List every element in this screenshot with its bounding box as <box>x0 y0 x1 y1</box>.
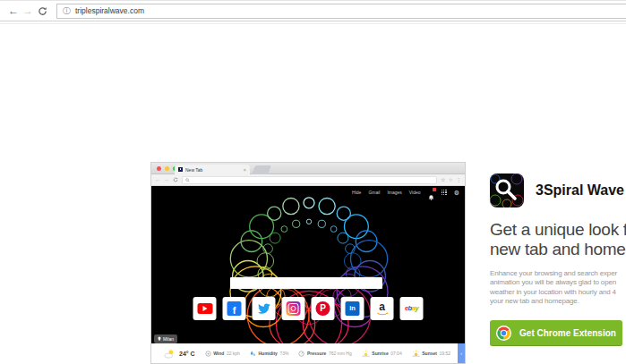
promo-description-line: Enhance your browsing and search exper <box>490 269 626 278</box>
tile-pinterest: P <box>312 297 335 320</box>
tile-instagram <box>282 297 305 320</box>
tile-twitter <box>253 297 276 320</box>
sunrise-icon <box>362 350 370 357</box>
newtab-search-bar <box>230 277 382 289</box>
promo-description-line: your new tab and homepage. <box>490 297 626 306</box>
weather-item-sunset: Sunset 19:52 <box>412 350 450 357</box>
menu-dots-icon: ⋮ <box>456 177 461 182</box>
url-text: triplespiralwave.com <box>75 6 144 15</box>
weather-item-sunrise: Sunrise 07:04 <box>362 350 402 357</box>
linkedin-icon: in <box>346 301 360 316</box>
page-info-icon[interactable]: ⓘ <box>63 7 71 15</box>
search-icon <box>185 178 190 182</box>
promo-description-line: animation you will be always glad to ope… <box>490 278 626 287</box>
weather-item-wind: Wind 22 kph <box>205 351 240 357</box>
reload-icon[interactable] <box>35 6 49 16</box>
weather-item-humidity: Humidity 73% <box>250 351 288 357</box>
tab-favicon <box>178 167 183 172</box>
page: ← → ⓘ triplespiralwave.com New Tab × <box>0 0 626 364</box>
shortcut-tiles: f P in a <box>193 297 424 320</box>
wind-icon <box>205 351 211 357</box>
weather-label: Pressure <box>307 351 326 356</box>
bookmark-star-icon: ☆ <box>441 177 445 182</box>
get-chrome-extension-label: Get Chrome Extension <box>519 328 616 338</box>
nav-link-video: Video <box>409 190 421 195</box>
close-window-icon <box>157 166 161 171</box>
reload-glyph <box>38 6 47 16</box>
address-bar <box>182 176 437 184</box>
location-name: Milan <box>163 337 174 342</box>
nav-link-hide: Hide <box>352 190 361 195</box>
reload-icon <box>173 177 178 182</box>
settings-gear-icon: ⚙ <box>454 190 459 196</box>
weather-item-pressure: Pressure 762 mm Hg <box>298 351 351 357</box>
newtab-page: Hide Gmail Images Video ⚙ <box>151 186 465 364</box>
tile-youtube <box>193 297 217 320</box>
sunset-icon <box>412 350 420 357</box>
weather-value: 762 mm Hg <box>329 351 352 356</box>
back-icon[interactable]: ← <box>6 5 21 16</box>
tile-linkedin: in <box>341 297 364 320</box>
app-header: 3Spiral Wave <box>490 174 626 207</box>
app-logo <box>490 174 524 207</box>
back-icon: ← <box>155 177 160 182</box>
tab-title: New Tab <box>185 167 240 173</box>
notification-badge <box>433 188 436 191</box>
weather-bar: 24° C Wind 22 kph Humidity 73% <box>151 343 465 363</box>
newtab-search-input <box>230 283 382 294</box>
screenshot-titlebar: New Tab × <box>151 163 465 174</box>
newtab-nav: Hide Gmail Images Video ⚙ <box>352 189 459 196</box>
screenshot-toolbar: ← → ☆ ○ ⋮ <box>151 174 465 186</box>
minimize-window-icon <box>165 166 169 171</box>
weather-value: 22 kph <box>227 351 240 356</box>
tile-amazon: a <box>371 297 394 320</box>
browser-tab: New Tab × <box>175 165 250 174</box>
product-screenshot: New Tab × ← → ☆ ○ ⋮ <box>150 162 466 364</box>
pressure-gauge-icon <box>298 351 304 357</box>
promo-description: Enhance your browsing and search exper a… <box>490 269 626 306</box>
weather-label: Sunrise <box>372 351 388 356</box>
temperature-value: 24° C <box>179 351 195 357</box>
notifications-bell-icon <box>428 189 434 196</box>
promo-heading-line1: Get a unique look for your <box>490 220 626 240</box>
sun-cloud-icon <box>164 349 176 359</box>
tab-close-icon: × <box>243 167 246 173</box>
chrome-icon <box>496 326 511 341</box>
location-pill: Milan <box>154 334 177 343</box>
youtube-icon <box>197 303 212 314</box>
apps-grid-icon <box>442 190 447 195</box>
humidity-icon <box>250 351 256 357</box>
weather-value: 73% <box>279 351 288 356</box>
spiral-artwork <box>151 186 466 364</box>
ebay-icon: ebay <box>405 305 418 312</box>
toolbar-divider <box>0 23 626 24</box>
tile-ebay: ebay <box>400 297 424 320</box>
magnifier-spiral-icon <box>490 174 524 207</box>
promo-description-line: weather in your location with hourly and… <box>490 288 626 297</box>
promo-heading-line2: new tab and homepage <box>490 240 626 259</box>
promo-heading: Get a unique look for your new tab and h… <box>490 220 626 259</box>
browser-chrome: ← → ⓘ triplespiralwave.com <box>0 0 626 21</box>
url-bar[interactable]: ⓘ triplespiralwave.com <box>56 4 626 19</box>
weather-value: 07:04 <box>390 351 402 356</box>
nav-link-gmail: Gmail <box>368 190 380 195</box>
nav-link-images: Images <box>387 190 401 195</box>
get-chrome-extension-button[interactable]: Get Chrome Extension <box>490 320 622 346</box>
facebook-icon: f <box>227 301 242 316</box>
forward-icon: → <box>164 177 169 182</box>
location-pin-icon <box>158 336 161 342</box>
weather-value: 19:52 <box>439 351 450 356</box>
weather-label: Wind <box>213 351 224 356</box>
weather-label: Humidity <box>258 351 277 356</box>
profile-icon: ○ <box>449 177 452 182</box>
weather-label: Sunset <box>422 351 437 356</box>
tile-facebook: f <box>223 297 246 320</box>
promo-panel: 3Spiral Wave Get a unique look for your … <box>490 174 626 346</box>
amazon-icon: a <box>376 301 388 316</box>
new-tab-button <box>252 165 271 174</box>
instagram-icon <box>287 301 301 316</box>
weather-expand-button: › <box>458 343 465 363</box>
forward-icon[interactable]: → <box>21 5 35 16</box>
twitter-icon <box>257 303 270 315</box>
temperature-group: 24° C <box>164 349 195 359</box>
